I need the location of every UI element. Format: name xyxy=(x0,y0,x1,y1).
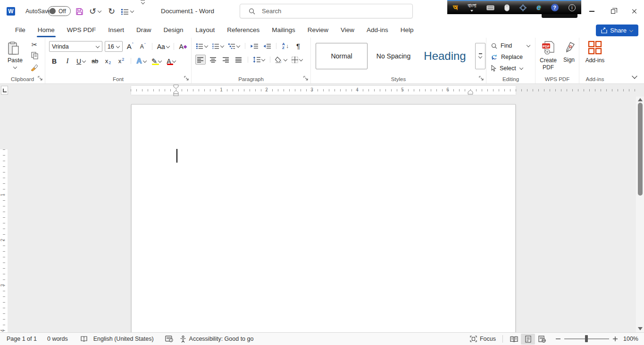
bullets-button[interactable] xyxy=(195,41,209,51)
show-marks-button[interactable]: ¶ xyxy=(293,41,303,51)
superscript-button[interactable]: x 2 xyxy=(116,56,126,66)
tab-draw[interactable]: Draw xyxy=(130,23,158,38)
proofing-button[interactable] xyxy=(80,336,88,342)
text-effects-button[interactable]: A xyxy=(135,56,148,66)
minimize-button[interactable] xyxy=(581,0,602,23)
numbering-button[interactable] xyxy=(211,41,225,51)
quick-bullets-button[interactable] xyxy=(121,0,134,23)
highlight-button[interactable]: ✎ xyxy=(151,56,163,66)
paragraph-dialog-launcher-icon[interactable] xyxy=(303,76,308,81)
sign-button[interactable]: Sign xyxy=(560,41,578,63)
replace-button[interactable]: Replace xyxy=(486,51,535,63)
keyboard-icon[interactable] xyxy=(486,5,494,10)
grow-font-button[interactable]: A ˆ xyxy=(125,41,135,51)
paste-button[interactable]: Paste xyxy=(8,41,23,71)
zoom-slider[interactable] xyxy=(564,338,609,339)
mouse-icon[interactable] xyxy=(504,4,510,11)
accessibility-button[interactable]: Accessibility: Good to go xyxy=(180,336,254,343)
styles-gallery-more-button[interactable] xyxy=(475,43,485,69)
tab-review[interactable]: Review xyxy=(301,23,335,38)
collapse-ribbon-icon[interactable] xyxy=(632,74,637,79)
style-heading[interactable]: Heading xyxy=(419,43,470,69)
zoom-in-button[interactable] xyxy=(613,337,618,341)
tab-insert[interactable]: Insert xyxy=(102,23,130,38)
language-status[interactable]: English (United States) xyxy=(93,336,154,342)
language-bar-handle[interactable] xyxy=(542,14,577,18)
scroll-down-icon[interactable] xyxy=(638,327,643,330)
font-size-combo[interactable]: 16 xyxy=(105,41,123,52)
zoom-out-button[interactable] xyxy=(556,337,560,341)
help-icon[interactable]: ? xyxy=(551,4,559,11)
text-predictions-button[interactable] xyxy=(165,336,173,342)
search-input[interactable]: Search xyxy=(240,4,413,18)
scroll-up-icon[interactable] xyxy=(638,98,643,101)
tab-add-ins[interactable]: Add-ins xyxy=(360,23,394,38)
customize-quick-access-button[interactable] xyxy=(141,0,145,23)
save-button[interactable] xyxy=(75,0,84,23)
style-no-spacing[interactable]: No Spacing xyxy=(368,43,419,69)
borders-button[interactable] xyxy=(291,55,304,65)
document-page[interactable] xyxy=(131,104,516,332)
shrink-font-button[interactable]: A ˇ xyxy=(138,41,148,51)
sort-button[interactable]: A Z ↓ xyxy=(280,41,291,51)
info-icon[interactable]: i xyxy=(569,4,576,11)
italic-button[interactable]: I xyxy=(62,56,73,66)
font-name-combo[interactable]: Vrinda xyxy=(49,41,102,52)
font-color-button[interactable]: A xyxy=(166,56,176,66)
restore-button[interactable] xyxy=(602,0,624,23)
language-selector[interactable]: বাংলা xyxy=(468,3,476,12)
tab-layout[interactable]: Layout xyxy=(190,23,221,38)
find-dropdown-icon[interactable] xyxy=(527,44,530,48)
focus-button[interactable]: Focus xyxy=(470,336,496,342)
clear-formatting-button[interactable]: A ◆ xyxy=(178,41,188,51)
tab-file[interactable]: File xyxy=(9,23,32,38)
strikethrough-button[interactable]: ab xyxy=(90,56,100,66)
autosave-toggle[interactable]: Off xyxy=(48,6,71,16)
clipboard-dialog-launcher-icon[interactable] xyxy=(38,76,42,81)
tab-view[interactable]: View xyxy=(335,23,360,38)
styles-dialog-launcher-icon[interactable] xyxy=(479,76,484,81)
decrease-indent-button[interactable] xyxy=(249,41,259,51)
share-button[interactable]: Share xyxy=(596,25,638,36)
subscript-button[interactable]: x 2 xyxy=(103,56,113,66)
cut-icon[interactable]: ✂ xyxy=(32,41,38,48)
align-left-button[interactable] xyxy=(195,55,206,65)
increase-indent-button[interactable] xyxy=(262,41,272,51)
right-indent-marker[interactable] xyxy=(468,90,473,95)
vertical-scrollbar[interactable] xyxy=(636,97,644,332)
read-mode-button[interactable] xyxy=(507,334,521,345)
page-indicator[interactable]: Page 1 of 1 xyxy=(7,336,37,342)
change-case-button[interactable]: Aa xyxy=(156,41,170,51)
zoom-level[interactable]: 100% xyxy=(623,336,638,342)
style-normal[interactable]: Normal xyxy=(316,43,368,69)
language-bar[interactable]: অ বাংলা e ? i xyxy=(447,0,581,14)
word-count[interactable]: 0 words xyxy=(47,336,68,342)
tab-references[interactable]: References xyxy=(221,23,266,38)
left-indent-marker[interactable] xyxy=(173,84,179,96)
tab-help[interactable]: Help xyxy=(394,23,420,38)
underline-button[interactable]: U xyxy=(75,56,87,66)
bold-button[interactable]: B xyxy=(49,56,59,66)
align-center-button[interactable] xyxy=(208,55,218,65)
settings-gear-icon[interactable] xyxy=(519,4,527,11)
line-spacing-button[interactable] xyxy=(252,55,266,65)
justify-button[interactable] xyxy=(234,55,244,65)
format-painter-icon[interactable] xyxy=(30,63,39,71)
tab-selector-button[interactable] xyxy=(1,86,8,95)
scrollbar-thumb[interactable] xyxy=(638,103,643,196)
web-layout-button[interactable] xyxy=(535,334,549,345)
copy-icon[interactable] xyxy=(31,52,38,59)
align-right-button[interactable] xyxy=(221,55,231,65)
undo-button[interactable]: ↺ xyxy=(89,0,101,23)
avro-script-icon[interactable]: অ xyxy=(453,3,458,12)
font-dialog-launcher-icon[interactable] xyxy=(184,76,189,81)
create-pdf-button[interactable]: PDF Create PDF xyxy=(538,41,558,71)
close-button[interactable] xyxy=(624,0,644,23)
tab-home[interactable]: Home xyxy=(32,23,61,38)
zoom-slider-thumb[interactable] xyxy=(585,335,588,342)
print-layout-button[interactable] xyxy=(521,334,535,345)
tab-wps-pdf[interactable]: WPS PDF xyxy=(61,23,102,38)
tab-mailings[interactable]: Mailings xyxy=(266,23,301,38)
addins-button[interactable]: Add-ins xyxy=(579,41,611,64)
shading-button[interactable] xyxy=(274,55,288,65)
